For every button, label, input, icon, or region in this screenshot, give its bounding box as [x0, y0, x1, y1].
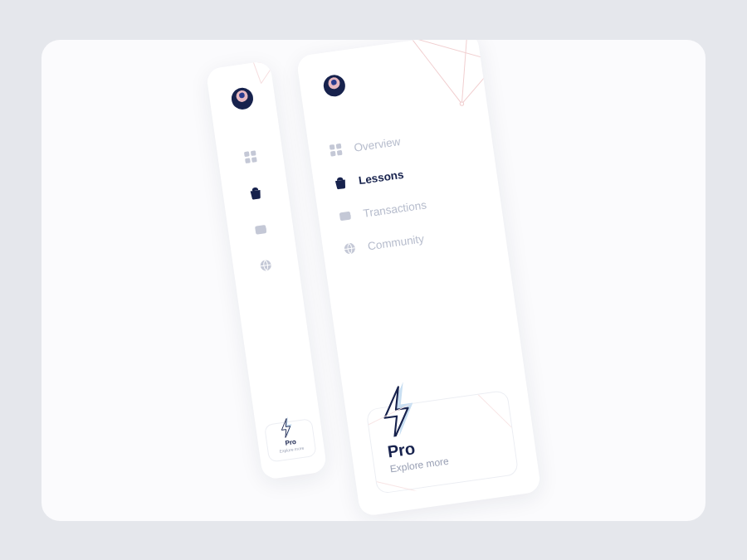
decorative-lines [250, 60, 278, 87]
app-logo [228, 84, 256, 112]
svg-rect-6 [244, 151, 250, 157]
svg-rect-29 [337, 149, 343, 155]
grid-icon [329, 142, 344, 157]
nav-item-community[interactable]: Community [342, 222, 486, 256]
nav-item-lessons[interactable] [248, 185, 263, 200]
canvas: Pro Explore more [42, 40, 706, 521]
svg-line-1 [259, 65, 276, 83]
promo-card[interactable]: Pro Explore more [264, 418, 317, 463]
bag-icon [333, 175, 348, 190]
nav-item-overview[interactable]: Overview [329, 124, 472, 158]
svg-line-17 [411, 40, 498, 74]
svg-point-21 [496, 60, 500, 64]
svg-line-18 [452, 40, 479, 104]
svg-rect-7 [251, 150, 256, 156]
svg-line-14 [467, 40, 497, 66]
nav-label-lessons: Lessons [358, 168, 404, 186]
nav-list [243, 149, 295, 422]
svg-line-16 [411, 40, 462, 110]
lightning-icon [375, 378, 430, 437]
nav-item-community[interactable] [258, 257, 273, 272]
nav-label-overview: Overview [353, 134, 401, 153]
svg-rect-28 [330, 150, 336, 156]
nav-item-transactions[interactable] [253, 222, 268, 236]
app-logo [320, 71, 349, 100]
svg-rect-26 [330, 144, 335, 149]
globe-icon [342, 241, 357, 256]
svg-rect-9 [251, 157, 257, 163]
stage: Pro Explore more [206, 40, 542, 521]
sidebar-expanded: Overview Lessons Transactions [296, 40, 542, 517]
svg-rect-27 [336, 143, 342, 149]
wallet-icon [338, 207, 353, 222]
svg-line-15 [456, 61, 503, 104]
svg-point-22 [460, 101, 464, 105]
bag-icon [248, 185, 263, 200]
globe-icon [258, 257, 273, 272]
nav-item-overview[interactable] [243, 149, 258, 164]
wallet-icon [253, 222, 268, 236]
promo-card[interactable]: Pro Explore more [366, 389, 520, 494]
nav-item-transactions[interactable]: Transactions [338, 190, 481, 223]
lightning-icon [278, 414, 299, 438]
grid-icon [243, 149, 258, 164]
nav-label-transactions: Transactions [363, 197, 427, 219]
nav-list: Overview Lessons Transactions [329, 124, 507, 410]
nav-label-community: Community [367, 231, 425, 251]
decorative-lines [393, 40, 514, 132]
svg-rect-8 [245, 158, 251, 163]
svg-line-35 [373, 473, 426, 495]
svg-line-0 [253, 60, 274, 67]
svg-line-2 [253, 60, 261, 84]
nav-item-lessons[interactable]: Lessons [333, 157, 476, 190]
